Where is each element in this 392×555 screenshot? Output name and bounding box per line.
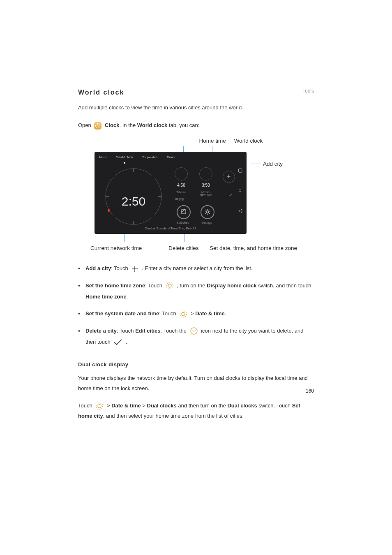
callout-add-city: Add city xyxy=(251,159,283,169)
gear-icon xyxy=(166,282,174,290)
dual-clock-para2: Touch > Date & time > Dual clocks and th… xyxy=(78,401,314,421)
edit-cities-label: Edit cities xyxy=(173,220,193,225)
world-clock-tab-name: World clock xyxy=(137,122,167,128)
svg-point-8 xyxy=(206,210,209,213)
big-analog-clock: 2:50 xyxy=(103,166,164,227)
mini-time-2: 3:50 xyxy=(196,181,216,189)
callout-current-network-time: Current network time xyxy=(90,243,142,254)
svg-line-13 xyxy=(205,210,206,210)
plus-icon xyxy=(131,265,138,273)
nav-home-icon[interactable]: ○ xyxy=(236,186,244,195)
txt: . In the xyxy=(119,122,137,128)
world-clock-figure: Home time World clock Alarm World clock … xyxy=(95,136,284,255)
txt: tab, you can: xyxy=(167,122,199,128)
world-clock-heading: World clock xyxy=(78,86,314,99)
svg-line-16 xyxy=(209,210,210,210)
dual-clock-para1: Your phone displays the network time by … xyxy=(78,373,314,393)
tab-stopwatch: Stopwatch xyxy=(142,154,157,163)
gear-icon xyxy=(95,402,104,410)
svg-point-18 xyxy=(166,282,173,289)
callout-set-date-time: Set date, time, and home time zone xyxy=(210,243,297,254)
svg-point-23 xyxy=(98,405,101,408)
txt: Open xyxy=(78,122,92,128)
svg-point-17 xyxy=(168,284,171,287)
tab-timer: Timer xyxy=(166,154,175,163)
callout-home-time: Home time xyxy=(196,136,229,146)
nav-recent-icon[interactable]: ▢ xyxy=(236,166,244,175)
tab-world-clock: World clock xyxy=(116,154,133,163)
edit-cities-button[interactable] xyxy=(177,205,191,219)
bullet-delete-city: Delete a city: Touch Edit cities. Touch … xyxy=(85,325,314,348)
gear-icon xyxy=(179,310,187,318)
bullet-system-date-time: Set the system date and time: Touch > Da… xyxy=(85,308,314,319)
big-digital-time: 2:50 xyxy=(103,190,164,213)
page-number: 160 xyxy=(306,386,314,396)
minus-circle-icon xyxy=(190,327,198,335)
mini-time-1: 4:50 xyxy=(171,181,191,189)
home-city-indicator: ⌂ Beijing xyxy=(175,189,184,201)
mini-clock-2: 3:50 Mexico xyxy=(196,167,216,195)
timezone-caption: Central Standard Time Thu, Feb 18 xyxy=(95,225,247,231)
bullet-home-time-zone: Set the home time zone: Touch , turn on … xyxy=(85,280,314,303)
bullet-add-city: Add a city: Touch . Enter a city name or… xyxy=(85,263,314,274)
home-icon: ⌂ xyxy=(175,189,184,196)
svg-line-15 xyxy=(205,213,206,214)
header-section-label: Tools xyxy=(302,86,314,96)
open-clock-line: Open Clock. In the World clock tab, you … xyxy=(78,120,314,131)
add-city-button[interactable]: + xyxy=(223,171,235,183)
svg-point-20 xyxy=(180,311,187,317)
callout-world-clock: World clock xyxy=(231,136,266,146)
clock-app-name: Clock xyxy=(105,122,119,128)
check-icon xyxy=(113,339,122,345)
android-nav-bar: ▢ ○ ◁ xyxy=(236,166,244,215)
svg-point-19 xyxy=(182,312,185,316)
home-city-name: Beijing xyxy=(175,196,184,201)
tab-alarm: Alarm xyxy=(99,154,107,163)
svg-point-24 xyxy=(96,403,103,409)
dual-clock-heading: Dual clock display xyxy=(78,360,314,370)
instruction-list: Add a city: Touch . Enter a city name or… xyxy=(78,263,314,347)
callout-delete-cities: Delete cities xyxy=(168,243,199,254)
svg-line-14 xyxy=(209,213,210,214)
city-label-ny: New York xyxy=(196,192,216,197)
clock-app-icon xyxy=(94,122,101,130)
nav-back-icon[interactable]: ◁ xyxy=(236,206,244,215)
phone-screenshot: Alarm World clock Stopwatch Timer xyxy=(95,152,247,234)
settings-button[interactable] xyxy=(201,205,214,219)
world-clock-intro: Add multiple clocks to view the time in … xyxy=(78,103,314,113)
settings-label: Settings xyxy=(196,220,217,225)
